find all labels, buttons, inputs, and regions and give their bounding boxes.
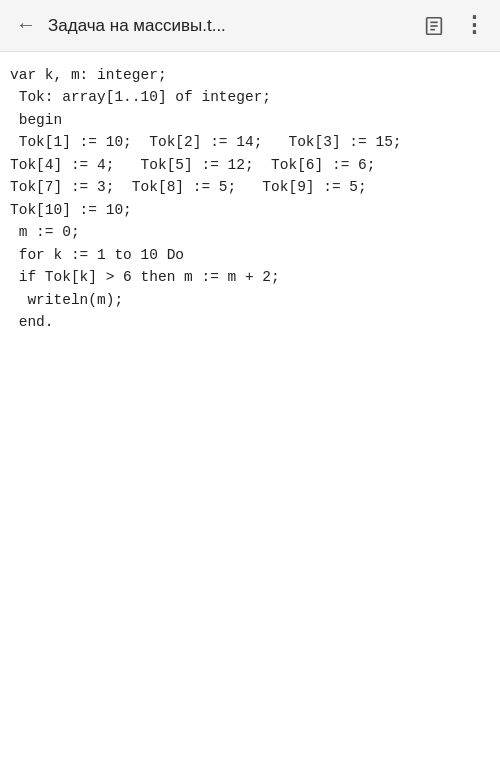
- code-line: Tok[4] := 4; Tok[5] := 12; Tok[6] := 6;: [10, 154, 490, 176]
- code-line: var k, m: integer;: [10, 64, 490, 86]
- code-line: Tok: array[1..10] of integer;: [10, 86, 490, 108]
- code-line: if Tok[k] > 6 then m := m + 2;: [10, 266, 490, 288]
- code-line: end.: [10, 311, 490, 333]
- code-area: var k, m: integer; Tok: array[1..10] of …: [0, 52, 500, 346]
- page-title: Задача на массивы.t...: [48, 16, 416, 36]
- code-line: Tok[10] := 10;: [10, 199, 490, 221]
- top-bar-actions: ⋮: [416, 8, 492, 44]
- more-button[interactable]: ⋮: [456, 8, 492, 44]
- top-bar: ← Задача на массивы.t... ⋮: [0, 0, 500, 52]
- code-line: begin: [10, 109, 490, 131]
- back-icon: ←: [20, 14, 32, 37]
- back-button[interactable]: ←: [8, 8, 44, 44]
- code-line: for k := 1 to 10 Do: [10, 244, 490, 266]
- code-line: Tok[7] := 3; Tok[8] := 5; Tok[9] := 5;: [10, 176, 490, 198]
- more-icon: ⋮: [463, 12, 485, 39]
- comment-icon: [423, 15, 445, 37]
- code-line: writeln(m);: [10, 289, 490, 311]
- code-line: Tok[1] := 10; Tok[2] := 14; Tok[3] := 15…: [10, 131, 490, 153]
- code-line: m := 0;: [10, 221, 490, 243]
- comment-button[interactable]: [416, 8, 452, 44]
